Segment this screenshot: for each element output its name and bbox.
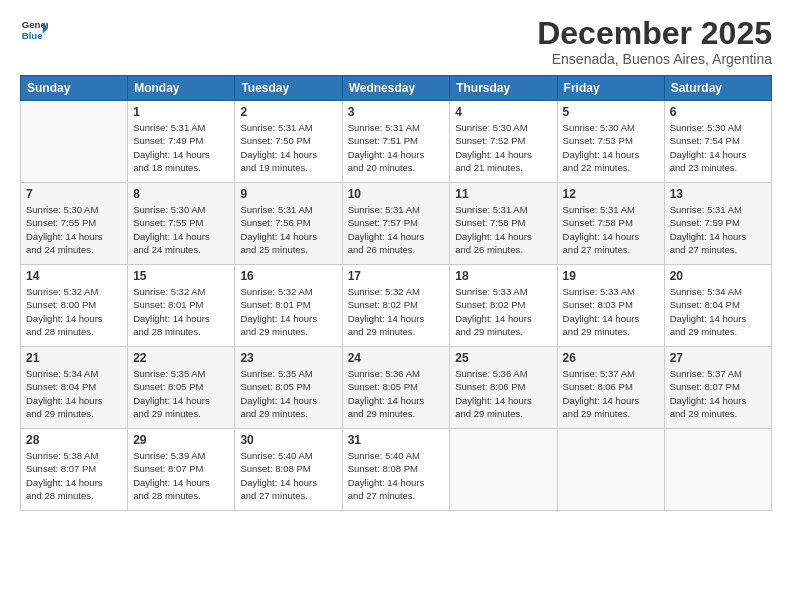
table-row: 10Sunrise: 5:31 AM Sunset: 7:57 PM Dayli…: [342, 183, 450, 265]
table-row: 23Sunrise: 5:35 AM Sunset: 8:05 PM Dayli…: [235, 347, 342, 429]
day-info: Sunrise: 5:30 AM Sunset: 7:55 PM Dayligh…: [26, 203, 122, 256]
calendar-week-row: 7Sunrise: 5:30 AM Sunset: 7:55 PM Daylig…: [21, 183, 772, 265]
day-info: Sunrise: 5:32 AM Sunset: 8:02 PM Dayligh…: [348, 285, 445, 338]
day-info: Sunrise: 5:39 AM Sunset: 8:07 PM Dayligh…: [133, 449, 229, 502]
table-row: 8Sunrise: 5:30 AM Sunset: 7:55 PM Daylig…: [128, 183, 235, 265]
table-row: 15Sunrise: 5:32 AM Sunset: 8:01 PM Dayli…: [128, 265, 235, 347]
table-row: 11Sunrise: 5:31 AM Sunset: 7:58 PM Dayli…: [450, 183, 557, 265]
day-number: 26: [563, 351, 659, 365]
page: General Blue December 2025 Ensenada, Bue…: [0, 0, 792, 612]
day-number: 16: [240, 269, 336, 283]
table-row: 30Sunrise: 5:40 AM Sunset: 8:08 PM Dayli…: [235, 429, 342, 511]
day-number: 19: [563, 269, 659, 283]
day-info: Sunrise: 5:32 AM Sunset: 8:01 PM Dayligh…: [133, 285, 229, 338]
day-number: 5: [563, 105, 659, 119]
table-row: 27Sunrise: 5:37 AM Sunset: 8:07 PM Dayli…: [664, 347, 771, 429]
day-number: 21: [26, 351, 122, 365]
day-number: 14: [26, 269, 122, 283]
calendar-week-row: 28Sunrise: 5:38 AM Sunset: 8:07 PM Dayli…: [21, 429, 772, 511]
day-number: 27: [670, 351, 766, 365]
table-row: 13Sunrise: 5:31 AM Sunset: 7:59 PM Dayli…: [664, 183, 771, 265]
table-row: [450, 429, 557, 511]
table-row: [557, 429, 664, 511]
table-row: 6Sunrise: 5:30 AM Sunset: 7:54 PM Daylig…: [664, 101, 771, 183]
col-friday: Friday: [557, 76, 664, 101]
day-number: 24: [348, 351, 445, 365]
day-info: Sunrise: 5:31 AM Sunset: 7:51 PM Dayligh…: [348, 121, 445, 174]
day-info: Sunrise: 5:34 AM Sunset: 8:04 PM Dayligh…: [670, 285, 766, 338]
calendar-header-row: Sunday Monday Tuesday Wednesday Thursday…: [21, 76, 772, 101]
table-row: 29Sunrise: 5:39 AM Sunset: 8:07 PM Dayli…: [128, 429, 235, 511]
day-number: 8: [133, 187, 229, 201]
table-row: 12Sunrise: 5:31 AM Sunset: 7:58 PM Dayli…: [557, 183, 664, 265]
table-row: 3Sunrise: 5:31 AM Sunset: 7:51 PM Daylig…: [342, 101, 450, 183]
table-row: 17Sunrise: 5:32 AM Sunset: 8:02 PM Dayli…: [342, 265, 450, 347]
day-info: Sunrise: 5:32 AM Sunset: 8:00 PM Dayligh…: [26, 285, 122, 338]
table-row: 19Sunrise: 5:33 AM Sunset: 8:03 PM Dayli…: [557, 265, 664, 347]
day-info: Sunrise: 5:31 AM Sunset: 7:50 PM Dayligh…: [240, 121, 336, 174]
calendar-week-row: 21Sunrise: 5:34 AM Sunset: 8:04 PM Dayli…: [21, 347, 772, 429]
day-number: 6: [670, 105, 766, 119]
day-number: 28: [26, 433, 122, 447]
day-number: 10: [348, 187, 445, 201]
calendar-table: Sunday Monday Tuesday Wednesday Thursday…: [20, 75, 772, 511]
day-number: 17: [348, 269, 445, 283]
day-info: Sunrise: 5:35 AM Sunset: 8:05 PM Dayligh…: [240, 367, 336, 420]
location-subtitle: Ensenada, Buenos Aires, Argentina: [537, 51, 772, 67]
table-row: 9Sunrise: 5:31 AM Sunset: 7:56 PM Daylig…: [235, 183, 342, 265]
col-saturday: Saturday: [664, 76, 771, 101]
day-info: Sunrise: 5:30 AM Sunset: 7:55 PM Dayligh…: [133, 203, 229, 256]
col-sunday: Sunday: [21, 76, 128, 101]
day-number: 11: [455, 187, 551, 201]
day-info: Sunrise: 5:37 AM Sunset: 8:06 PM Dayligh…: [563, 367, 659, 420]
table-row: 1Sunrise: 5:31 AM Sunset: 7:49 PM Daylig…: [128, 101, 235, 183]
table-row: 22Sunrise: 5:35 AM Sunset: 8:05 PM Dayli…: [128, 347, 235, 429]
logo-icon: General Blue: [20, 16, 48, 44]
calendar-week-row: 1Sunrise: 5:31 AM Sunset: 7:49 PM Daylig…: [21, 101, 772, 183]
day-number: 4: [455, 105, 551, 119]
col-thursday: Thursday: [450, 76, 557, 101]
day-info: Sunrise: 5:34 AM Sunset: 8:04 PM Dayligh…: [26, 367, 122, 420]
day-info: Sunrise: 5:31 AM Sunset: 7:58 PM Dayligh…: [455, 203, 551, 256]
day-number: 20: [670, 269, 766, 283]
table-row: 2Sunrise: 5:31 AM Sunset: 7:50 PM Daylig…: [235, 101, 342, 183]
day-number: 23: [240, 351, 336, 365]
day-info: Sunrise: 5:40 AM Sunset: 8:08 PM Dayligh…: [240, 449, 336, 502]
day-info: Sunrise: 5:30 AM Sunset: 7:53 PM Dayligh…: [563, 121, 659, 174]
day-info: Sunrise: 5:40 AM Sunset: 8:08 PM Dayligh…: [348, 449, 445, 502]
day-number: 15: [133, 269, 229, 283]
day-info: Sunrise: 5:36 AM Sunset: 8:05 PM Dayligh…: [348, 367, 445, 420]
logo: General Blue: [20, 16, 48, 44]
day-number: 12: [563, 187, 659, 201]
day-number: 7: [26, 187, 122, 201]
day-number: 30: [240, 433, 336, 447]
col-monday: Monday: [128, 76, 235, 101]
header: General Blue December 2025 Ensenada, Bue…: [20, 16, 772, 67]
day-info: Sunrise: 5:33 AM Sunset: 8:03 PM Dayligh…: [563, 285, 659, 338]
table-row: 31Sunrise: 5:40 AM Sunset: 8:08 PM Dayli…: [342, 429, 450, 511]
table-row: [664, 429, 771, 511]
day-info: Sunrise: 5:32 AM Sunset: 8:01 PM Dayligh…: [240, 285, 336, 338]
day-number: 25: [455, 351, 551, 365]
table-row: 24Sunrise: 5:36 AM Sunset: 8:05 PM Dayli…: [342, 347, 450, 429]
table-row: 20Sunrise: 5:34 AM Sunset: 8:04 PM Dayli…: [664, 265, 771, 347]
day-number: 2: [240, 105, 336, 119]
day-number: 1: [133, 105, 229, 119]
day-info: Sunrise: 5:37 AM Sunset: 8:07 PM Dayligh…: [670, 367, 766, 420]
day-info: Sunrise: 5:31 AM Sunset: 7:49 PM Dayligh…: [133, 121, 229, 174]
day-number: 31: [348, 433, 445, 447]
calendar-week-row: 14Sunrise: 5:32 AM Sunset: 8:00 PM Dayli…: [21, 265, 772, 347]
table-row: 26Sunrise: 5:37 AM Sunset: 8:06 PM Dayli…: [557, 347, 664, 429]
day-number: 29: [133, 433, 229, 447]
title-block: December 2025 Ensenada, Buenos Aires, Ar…: [537, 16, 772, 67]
day-number: 9: [240, 187, 336, 201]
table-row: 7Sunrise: 5:30 AM Sunset: 7:55 PM Daylig…: [21, 183, 128, 265]
col-wednesday: Wednesday: [342, 76, 450, 101]
table-row: 21Sunrise: 5:34 AM Sunset: 8:04 PM Dayli…: [21, 347, 128, 429]
day-info: Sunrise: 5:35 AM Sunset: 8:05 PM Dayligh…: [133, 367, 229, 420]
day-info: Sunrise: 5:31 AM Sunset: 7:59 PM Dayligh…: [670, 203, 766, 256]
table-row: 14Sunrise: 5:32 AM Sunset: 8:00 PM Dayli…: [21, 265, 128, 347]
table-row: 18Sunrise: 5:33 AM Sunset: 8:02 PM Dayli…: [450, 265, 557, 347]
table-row: 25Sunrise: 5:36 AM Sunset: 8:06 PM Dayli…: [450, 347, 557, 429]
svg-text:Blue: Blue: [22, 30, 43, 41]
